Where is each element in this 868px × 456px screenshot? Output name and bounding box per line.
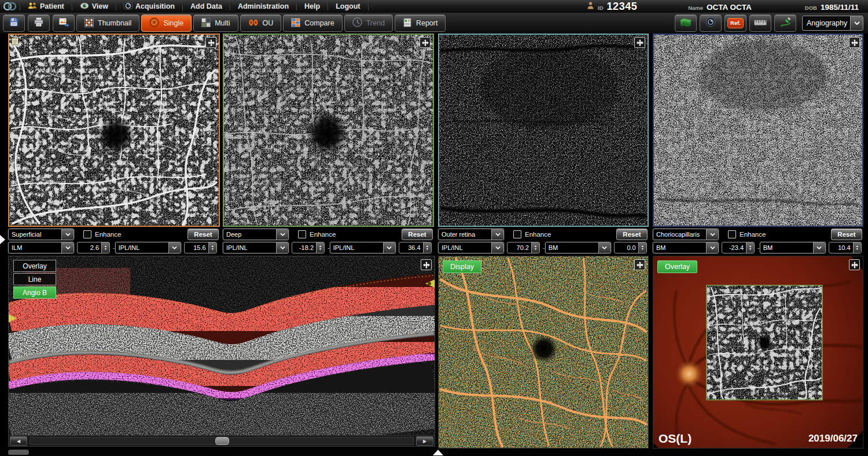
reset-button[interactable]: Reset (187, 229, 219, 240)
spinner-arrows-icon[interactable]: ▲▼ (101, 242, 109, 253)
angio-b-toggle-button[interactable]: Angio B (13, 286, 56, 299)
from-offset-spinner[interactable]: -23.4 ▲▼ (722, 242, 755, 253)
mode-ou-button[interactable]: OU (240, 14, 282, 32)
chevron-down-icon (61, 229, 73, 240)
to-layer-value: IPL/INL (330, 242, 383, 253)
display-button[interactable]: Display (443, 260, 481, 273)
chevron-down-icon (598, 242, 610, 253)
menu-help[interactable]: Help (297, 0, 328, 13)
spinner-arrows-icon[interactable]: ▲▼ (531, 242, 539, 253)
to-layer-select[interactable]: IPL/INL (115, 242, 181, 253)
to-offset-spinner[interactable]: 0.0 ▲▼ (614, 242, 647, 253)
menu-administration[interactable]: Administration (230, 0, 296, 13)
mode-button-label: Multi (215, 19, 230, 27)
slab-controls-deep: Deep Enhance Reset (223, 229, 434, 240)
from-offset-value: -23.4 (722, 242, 746, 253)
reset-button[interactable]: Reset (831, 229, 862, 240)
enhance-checkbox[interactable] (298, 230, 306, 238)
to-layer-select[interactable]: IPL/INL (330, 242, 396, 253)
from-layer-select[interactable]: IPL/INL (438, 242, 504, 253)
reference-icon: Ref. (727, 18, 744, 28)
print-button[interactable] (28, 14, 50, 32)
enhance-checkbox[interactable] (728, 230, 736, 238)
menu-acquisition[interactable]: Acquisition (116, 0, 182, 13)
scroll-right-button[interactable]: ▶ (416, 436, 433, 446)
color-enface-panel[interactable]: Display (438, 256, 649, 448)
expand-up-arrow-icon[interactable] (433, 450, 443, 455)
to-layer-select[interactable]: BM (760, 242, 826, 253)
bottom-left-handle[interactable] (8, 450, 29, 455)
from-layer-select[interactable]: IPL/INL (223, 242, 289, 253)
menu-logout[interactable]: Logout (328, 0, 367, 13)
menu-add-data[interactable]: Add Data (183, 0, 230, 13)
mode-thumbnail-button[interactable]: Thumbnail (76, 14, 139, 32)
mode-multi-button[interactable]: Multi (193, 14, 238, 32)
expand-icon[interactable] (849, 37, 860, 48)
slab-preset-select[interactable]: Deep (223, 229, 289, 240)
fundus-panel[interactable]: Overlay OS(L) 2019/06/27 (653, 256, 863, 448)
scrollbar-thumb[interactable] (215, 437, 229, 445)
from-offset-spinner[interactable]: 2.6 ▲▼ (77, 242, 110, 253)
enhance-checkbox[interactable] (83, 230, 91, 238)
overlay-button[interactable]: Overlay (657, 260, 697, 273)
spinner-arrows-icon[interactable]: ▲▼ (208, 242, 216, 253)
to-offset-spinner[interactable]: 10.4 ▲▼ (829, 242, 862, 253)
angio-enface-deep-image[interactable] (223, 34, 434, 227)
from-layer-select[interactable]: ILM (8, 242, 74, 253)
to-offset-spinner[interactable]: 15.6 ▲▼ (184, 242, 217, 253)
menu-patient[interactable]: Patient (20, 0, 72, 13)
export-image-button[interactable] (53, 14, 75, 32)
expand-right-arrow-icon[interactable] (0, 235, 5, 244)
spinner-arrows-icon[interactable]: ▲▼ (853, 242, 861, 253)
angio-enface-outer-retina-image[interactable] (438, 34, 649, 227)
bscan-image[interactable]: Overlay Line Angio B (9, 256, 435, 436)
spinner-arrows-icon[interactable]: ▲▼ (423, 242, 431, 253)
ruler-button[interactable] (749, 14, 771, 32)
analysis-mode-select[interactable]: Angiography (802, 16, 863, 31)
mode-button-label: Report (416, 19, 438, 27)
scroll-left-button[interactable]: ◀ (10, 436, 27, 446)
expand-icon[interactable] (420, 37, 431, 48)
toolbar-right-cluster: Ref. Angio (672, 14, 868, 32)
overlay-toggle-button[interactable]: Overlay (13, 260, 56, 272)
to-offset-spinner[interactable]: 36.4 ▲▼ (399, 242, 432, 253)
layers-button[interactable] (675, 14, 697, 32)
bscan-scrollbar: ◀ ▶ (9, 435, 435, 446)
slab-boundaries-superficial: ILM 2.6 ▲▼ - IPL/INL 15.6 ▲▼ (8, 242, 220, 253)
expand-icon[interactable] (421, 259, 432, 270)
slab-preset-select[interactable]: Superficial (8, 229, 74, 240)
to-layer-select[interactable]: BM (545, 242, 611, 253)
reset-button[interactable]: Reset (616, 229, 648, 240)
save-button[interactable] (3, 14, 25, 32)
enhance-label: Enhance (740, 231, 766, 238)
slab-preset-select[interactable]: Outer retina (438, 229, 504, 240)
line-toggle-button[interactable]: Line (13, 273, 56, 285)
enhance-checkbox[interactable] (513, 230, 521, 238)
angio-enface-superficial-image[interactable] (8, 34, 220, 227)
expand-icon[interactable] (205, 37, 216, 48)
scrollbar-track[interactable] (30, 437, 414, 445)
expand-icon[interactable] (634, 259, 645, 270)
fundus-camera-button[interactable] (700, 14, 722, 32)
spinner-arrows-icon[interactable]: ▲▼ (638, 242, 646, 253)
angio-enface-choriocapillaris-image[interactable] (653, 34, 863, 227)
annotate-button[interactable] (774, 14, 796, 32)
menu-item-label: Logout (336, 2, 360, 10)
note-icon[interactable] (12, 37, 19, 47)
expand-icon[interactable] (634, 37, 645, 48)
reset-button[interactable]: Reset (402, 229, 433, 240)
slab-preset-select[interactable]: Choriocapillaris (653, 229, 719, 240)
mode-compare-button[interactable]: Compare (283, 14, 342, 32)
mode-report-button[interactable]: Report (395, 14, 446, 32)
menu-view[interactable]: View (72, 0, 116, 13)
from-offset-spinner[interactable]: 70.2 ▲▼ (507, 242, 540, 253)
spinner-arrows-icon[interactable]: ▲▼ (316, 242, 324, 253)
expand-icon[interactable] (849, 259, 860, 270)
mode-single-button[interactable]: Single (141, 14, 192, 32)
spinner-arrows-icon[interactable]: ▲▼ (746, 242, 754, 253)
reference-button[interactable]: Ref. (724, 14, 746, 32)
mode-trend-button[interactable]: Trend (344, 14, 393, 32)
from-offset-spinner[interactable]: -18.2 ▲▼ (292, 242, 325, 253)
from-layer-select[interactable]: BM (653, 242, 719, 253)
to-offset-value: 0.0 (615, 242, 638, 253)
